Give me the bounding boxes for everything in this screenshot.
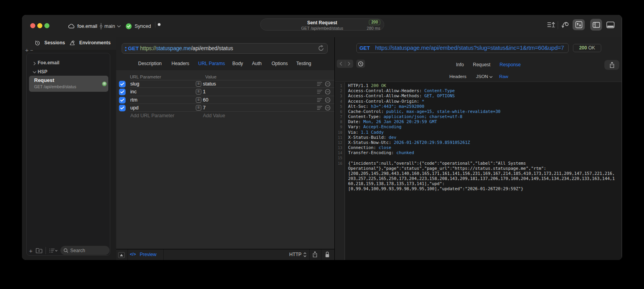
back-icon[interactable] bbox=[337, 60, 345, 68]
param-checkbox[interactable] bbox=[119, 105, 126, 111]
protocol-select[interactable]: HTTP bbox=[289, 252, 301, 257]
drag-handle-icon[interactable] bbox=[317, 89, 322, 94]
toggle-sidebar-button[interactable] bbox=[590, 19, 602, 31]
param-value[interactable]: 60 bbox=[203, 96, 208, 104]
add-param-row[interactable]: Add URL ParameterAdd Value bbox=[116, 112, 334, 120]
param-value[interactable]: status bbox=[203, 80, 216, 88]
sent-request-url-box[interactable]: GET https://statuspage.me/api/embed/stat… bbox=[356, 43, 569, 53]
url-text[interactable]: https://statuspage.me/api/embed/status bbox=[140, 45, 233, 51]
bottombar-divider-2 bbox=[163, 249, 164, 260]
param-value[interactable]: 1 bbox=[203, 88, 206, 96]
editor-bottom-bar: </> Preview HTTP bbox=[116, 249, 334, 260]
close-window-button[interactable] bbox=[30, 23, 35, 28]
drag-handle-icon[interactable] bbox=[317, 82, 322, 86]
sort-up-icon[interactable] bbox=[546, 21, 556, 29]
titlebar-divider bbox=[155, 22, 155, 27]
editor-tab-testing[interactable]: Testing bbox=[296, 61, 311, 66]
new-folder-button[interactable] bbox=[36, 248, 42, 253]
tree-item-label: Foe.email bbox=[38, 60, 59, 65]
tab-sessions[interactable]: Sessions bbox=[35, 40, 65, 45]
editor-tab-body[interactable]: Body bbox=[232, 61, 243, 66]
branch-name[interactable]: main bbox=[104, 15, 115, 37]
merge-icon[interactable] bbox=[560, 20, 571, 29]
editor-tab-auth[interactable]: Auth bbox=[252, 61, 262, 66]
param-checkbox[interactable] bbox=[119, 81, 126, 87]
response-header-line: Access-Control-Allow-Methods: GET, OPTIO… bbox=[348, 93, 615, 98]
app-window: foe.email main Synced Sent Request GET /… bbox=[22, 15, 622, 260]
url-host: statuspage.me bbox=[156, 45, 191, 51]
add-icon[interactable]: + bbox=[25, 47, 30, 53]
request-status-pill[interactable]: Sent Request GET /api/embed/status 200 2… bbox=[260, 18, 384, 31]
response-status-line: HTTP/1.1 200 OK bbox=[348, 83, 615, 88]
sidebar-panel: Foe.email HSP Request GET /api/embed/sta… bbox=[26, 53, 110, 256]
history-nav[interactable] bbox=[337, 60, 353, 68]
add-value-placeholder[interactable]: Add Value bbox=[203, 112, 225, 120]
method-label[interactable]: GET bbox=[128, 45, 139, 51]
search-icon bbox=[64, 248, 68, 253]
add-param-placeholder[interactable]: Add URL Parameter bbox=[130, 112, 174, 120]
remove-param-icon[interactable] bbox=[325, 97, 330, 103]
param-key[interactable]: slug bbox=[130, 80, 139, 88]
response-subtab-headers[interactable]: Headers bbox=[449, 74, 466, 79]
toggle-bottom-panel-button[interactable] bbox=[605, 20, 615, 29]
url-input[interactable]: GET https://statuspage.me/api/embed/stat… bbox=[122, 43, 328, 54]
response-tab-request[interactable]: Request bbox=[473, 62, 491, 67]
new-request-button[interactable]: + bbox=[29, 247, 33, 254]
protocol-updown-icon bbox=[303, 252, 306, 257]
editor-tab-description[interactable]: Description bbox=[138, 61, 162, 66]
chevron-down-icon[interactable] bbox=[32, 70, 38, 73]
param-checkbox[interactable] bbox=[119, 97, 126, 104]
drag-handle-icon[interactable] bbox=[317, 105, 322, 110]
sidebar-add-remove[interactable]: +− bbox=[25, 47, 35, 53]
request-list-item[interactable]: Request GET /api/embed/status bbox=[29, 76, 108, 92]
zoom-window-button[interactable] bbox=[44, 23, 49, 28]
tab-environments[interactable]: Environments bbox=[69, 40, 111, 45]
sync-check-icon bbox=[126, 15, 132, 37]
pill-duration: 280 ms bbox=[367, 26, 380, 31]
method-updown-icon[interactable] bbox=[124, 46, 127, 52]
remove-param-icon[interactable] bbox=[325, 105, 330, 111]
remove-param-icon[interactable] bbox=[325, 81, 330, 87]
param-key[interactable]: inc bbox=[130, 88, 137, 96]
sort-list-button[interactable] bbox=[49, 248, 58, 253]
import-export-button[interactable] bbox=[573, 19, 585, 30]
editor-tab-headers[interactable]: Headers bbox=[171, 61, 189, 66]
export-response-button[interactable] bbox=[604, 60, 619, 70]
branch-chevron-down-icon[interactable] bbox=[117, 15, 121, 37]
response-header-line: Content-Type: application/json; charset=… bbox=[348, 114, 615, 119]
tree-item-hsp[interactable]: HSP bbox=[27, 67, 110, 76]
editor-tab-url-params[interactable]: URL Params bbox=[198, 61, 225, 66]
tree-item-foe-email[interactable]: Foe.email bbox=[27, 58, 110, 67]
response-subtab-raw[interactable]: Raw bbox=[499, 74, 508, 79]
refresh-icon[interactable] bbox=[318, 45, 325, 52]
project-name[interactable]: foe.email bbox=[77, 15, 97, 37]
chevron-right-icon[interactable] bbox=[32, 60, 38, 65]
drag-handle-icon[interactable] bbox=[317, 98, 322, 102]
lock-icon[interactable] bbox=[325, 251, 330, 258]
preview-button[interactable]: Preview bbox=[140, 252, 157, 257]
response-body-view[interactable]: 1 2 3 4 5 6 7 8 9 10 11 12 13 14 15 16 H… bbox=[335, 82, 622, 260]
param-key[interactable]: upd bbox=[130, 104, 139, 112]
status-dot bbox=[158, 23, 161, 26]
request-item-subtitle: GET /api/embed/status bbox=[34, 84, 76, 89]
sync-status-label[interactable]: Synced bbox=[135, 15, 151, 37]
clock-icon bbox=[35, 40, 40, 45]
column-header-value: Value bbox=[205, 75, 217, 79]
param-key[interactable]: rtm bbox=[130, 96, 137, 104]
forward-icon[interactable] bbox=[345, 60, 354, 68]
editor-tab-options[interactable]: Options bbox=[272, 61, 288, 66]
history-clock-button[interactable] bbox=[356, 60, 365, 68]
param-checkbox[interactable] bbox=[119, 89, 126, 95]
minimize-window-button[interactable] bbox=[37, 23, 42, 28]
window-right-edge bbox=[622, 15, 622, 260]
search-input[interactable]: Search bbox=[60, 246, 109, 255]
response-tab-info[interactable]: Info bbox=[456, 62, 464, 67]
response-subtab-json[interactable]: JSON bbox=[476, 74, 493, 79]
share-icon[interactable] bbox=[312, 251, 317, 258]
remove-param-icon[interactable] bbox=[325, 89, 330, 95]
remove-icon[interactable]: − bbox=[30, 47, 35, 53]
param-value[interactable]: 7 bbox=[203, 104, 206, 112]
response-header-line: X-Status-Build: dev bbox=[348, 135, 615, 140]
response-tab-response[interactable]: Response bbox=[500, 62, 521, 67]
collapse-panel-button[interactable] bbox=[118, 252, 125, 258]
